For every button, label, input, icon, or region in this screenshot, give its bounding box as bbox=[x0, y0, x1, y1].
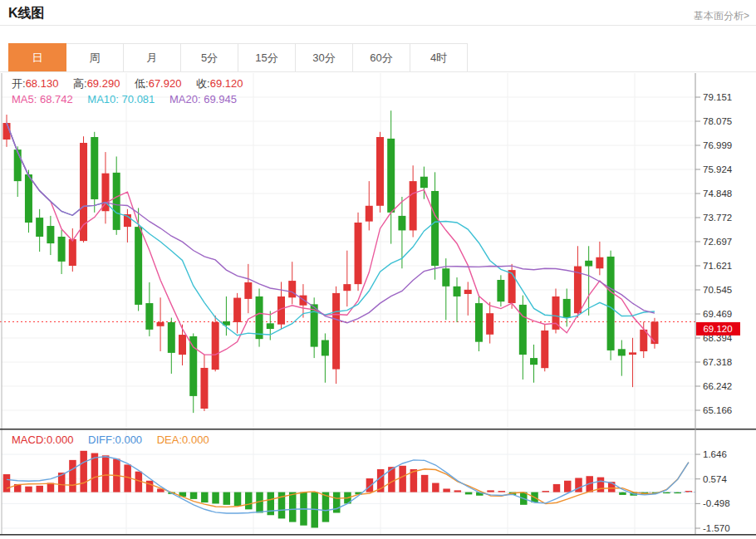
close-label: 收: bbox=[196, 77, 210, 90]
svg-text:69.469: 69.469 bbox=[703, 309, 732, 319]
candle-body bbox=[497, 280, 504, 301]
ma10-value: 70.081 bbox=[122, 93, 155, 105]
tab-4时[interactable]: 4时 bbox=[410, 43, 468, 72]
candle-body bbox=[431, 191, 439, 266]
ma20-value: 69.945 bbox=[204, 93, 237, 105]
diff-label: DIFF: bbox=[88, 434, 115, 446]
candle-body bbox=[113, 173, 120, 230]
svg-text:66.242: 66.242 bbox=[703, 381, 732, 391]
candle-body bbox=[14, 149, 22, 181]
candle-body bbox=[420, 177, 428, 188]
tab-5分[interactable]: 5分 bbox=[180, 43, 238, 72]
macd-bar bbox=[465, 492, 473, 495]
svg-text:65.166: 65.166 bbox=[703, 405, 732, 415]
macd-bar bbox=[80, 451, 87, 492]
tab-周[interactable]: 周 bbox=[66, 43, 124, 72]
candle-body bbox=[563, 299, 571, 318]
candle-body bbox=[508, 270, 516, 303]
macd-bar bbox=[597, 478, 605, 492]
price-axis-labels: 79.15178.07576.99975.92474.84873.77272.6… bbox=[695, 92, 733, 415]
candle-body bbox=[541, 331, 548, 368]
dea-label: DEA: bbox=[157, 434, 182, 446]
candle-body bbox=[442, 268, 449, 287]
macd-bar bbox=[421, 475, 429, 492]
open-label: 开: bbox=[12, 77, 26, 90]
macd-readout: MACD:0.000 DIFF:0.000 DEA:0.000 bbox=[12, 434, 221, 446]
page-title: K线图 bbox=[8, 5, 45, 22]
tab-30分[interactable]: 30分 bbox=[295, 43, 353, 72]
svg-text:74.848: 74.848 bbox=[703, 189, 732, 198]
candle-body bbox=[25, 174, 32, 223]
header-divider bbox=[0, 25, 756, 26]
candle-body bbox=[168, 322, 175, 353]
candle-body bbox=[387, 139, 395, 213]
candle-body bbox=[256, 296, 263, 339]
ma5-value: 68.742 bbox=[40, 93, 73, 105]
candle-body bbox=[332, 293, 340, 370]
tab-15分[interactable]: 15分 bbox=[238, 43, 296, 72]
candle-body bbox=[464, 290, 472, 294]
ma20-label: MA20: bbox=[169, 93, 201, 105]
high-label: 高: bbox=[73, 77, 87, 90]
macd-bar bbox=[542, 491, 550, 492]
candle-body bbox=[376, 137, 384, 206]
candle-body bbox=[629, 352, 636, 355]
svg-text:79.151: 79.151 bbox=[703, 92, 732, 102]
macd-bar bbox=[575, 478, 582, 492]
candle-body bbox=[454, 287, 461, 296]
macd-bar bbox=[443, 488, 450, 492]
ma10-label: MA10: bbox=[87, 93, 119, 105]
tab-日[interactable]: 日 bbox=[8, 43, 66, 72]
candle-body bbox=[475, 303, 483, 342]
candle-body bbox=[36, 218, 43, 237]
macd-bar bbox=[25, 487, 32, 492]
ma20-line bbox=[7, 123, 655, 323]
svg-text:73.772: 73.772 bbox=[703, 213, 732, 223]
candle-body bbox=[322, 341, 329, 356]
svg-text:67.318: 67.318 bbox=[703, 357, 732, 367]
candle-body bbox=[410, 181, 417, 230]
candle-body bbox=[69, 239, 76, 266]
macd-bar bbox=[146, 481, 154, 492]
svg-text:0.574: 0.574 bbox=[703, 474, 727, 484]
candle-body bbox=[80, 143, 87, 241]
candle-body bbox=[244, 282, 252, 299]
svg-text:76.999: 76.999 bbox=[703, 140, 732, 150]
low-label: 低: bbox=[135, 77, 149, 90]
high-value: 69.290 bbox=[87, 77, 120, 90]
macd-value: 0.000 bbox=[47, 434, 74, 446]
macd-pane[interactable] bbox=[3, 451, 695, 528]
macd-bar bbox=[553, 484, 561, 492]
ohlc-readout: 开:68.130 高:69.290 低:67.920 收:69.120 bbox=[12, 76, 254, 91]
macd-bar bbox=[190, 492, 198, 499]
svg-text:71.621: 71.621 bbox=[703, 261, 732, 271]
macd-bar bbox=[47, 483, 55, 492]
macd-axis-labels: 1.6460.574-0.498-1.570 bbox=[695, 449, 730, 533]
candle-body bbox=[179, 335, 186, 355]
macd-bar bbox=[234, 492, 242, 507]
candle-body bbox=[607, 257, 615, 350]
ma-readout: MA5: 68.742 MA10: 70.081 MA20: 69.945 bbox=[12, 93, 248, 105]
fundamental-analysis-link[interactable]: 基本面分析> bbox=[694, 9, 749, 23]
macd-bar bbox=[399, 466, 406, 492]
candle-body bbox=[552, 296, 560, 330]
svg-text:70.545: 70.545 bbox=[703, 285, 732, 295]
candle-body bbox=[267, 323, 274, 329]
candle-body bbox=[233, 298, 241, 322]
candle-body bbox=[189, 336, 197, 396]
macd-bar bbox=[564, 481, 572, 492]
macd-bar bbox=[289, 492, 297, 522]
candle-body bbox=[366, 206, 373, 222]
macd-bar bbox=[36, 486, 43, 492]
tab-月[interactable]: 月 bbox=[123, 43, 181, 72]
candle-body bbox=[596, 257, 603, 268]
candles[interactable] bbox=[3, 110, 659, 413]
svg-text:75.924: 75.924 bbox=[703, 164, 733, 174]
svg-text:69.120: 69.120 bbox=[703, 324, 732, 334]
macd-bar bbox=[212, 492, 219, 504]
tab-60分[interactable]: 60分 bbox=[352, 43, 410, 72]
macd-bar bbox=[366, 478, 374, 492]
candle-body bbox=[91, 137, 98, 199]
close-value: 69.120 bbox=[210, 77, 243, 90]
candle-body bbox=[157, 322, 164, 326]
